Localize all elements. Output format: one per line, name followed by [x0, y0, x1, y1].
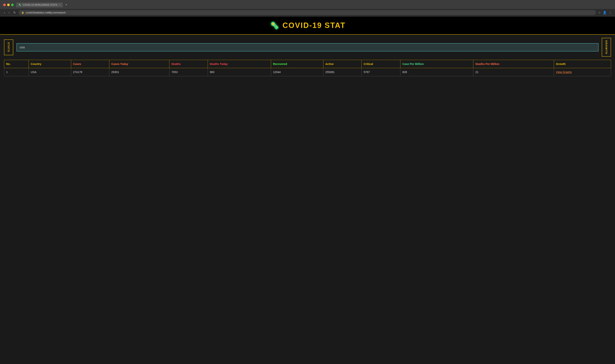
address-bar-actions: ☆ 👤 ⋮: [598, 11, 612, 14]
col-header-critical: Critical: [362, 60, 400, 68]
cell-no: 1: [4, 68, 29, 76]
forward-button[interactable]: ›: [8, 11, 10, 15]
table-header-row: No.CountryCasesCases TodayDeathsDeaths T…: [4, 60, 611, 68]
profile-button[interactable]: 👤: [603, 11, 607, 14]
tab-title: COVID-19 WORLDWIDE STATS: [23, 4, 57, 6]
tab-bar: 🦠 COVID-19 WORLDWIDE STATS × +: [16, 2, 612, 7]
table-row: 1USA274178293017053983120442550815787828…: [4, 68, 611, 76]
search-input[interactable]: [16, 43, 599, 52]
url-text: covid19statistics.netlify.com/search: [26, 11, 66, 14]
menu-button[interactable]: ⋮: [609, 11, 612, 14]
close-window-button[interactable]: [3, 4, 6, 6]
table-container: No.CountryCasesCases TodayDeathsDeaths T…: [0, 60, 615, 76]
cell-active: 255081: [323, 68, 362, 76]
cell-cases: 274178: [71, 68, 109, 76]
growth-nav-button[interactable]: GROWTH: [602, 38, 611, 57]
back-button[interactable]: ‹: [3, 11, 6, 15]
stats-nav-button[interactable]: STATS: [4, 39, 13, 55]
virus-icon: 🦠: [269, 21, 280, 30]
close-tab-button[interactable]: ×: [59, 4, 60, 6]
app-title-text: COVID-19 STAT: [283, 21, 346, 30]
view-graphs-link[interactable]: View Graphs: [556, 70, 572, 74]
browser-titlebar: 🦠 COVID-19 WORLDWIDE STATS × +: [0, 0, 615, 9]
col-header-active: Active: [323, 60, 362, 68]
browser-window: 🦠 COVID-19 WORLDWIDE STATS × + ‹ › ↻ 🔒 c…: [0, 0, 615, 364]
cell-recovered: 12044: [271, 68, 323, 76]
new-tab-button[interactable]: +: [64, 2, 69, 7]
address-bar[interactable]: 🔒 covid19statistics.netlify.com/search: [19, 10, 596, 15]
reload-button[interactable]: ↻: [13, 10, 17, 15]
app-title: 🦠 COVID-19 STAT: [269, 21, 346, 30]
col-header-growth: Growth: [554, 60, 611, 68]
cell-growth[interactable]: View Graphs: [554, 68, 611, 76]
bookmark-button[interactable]: ☆: [598, 11, 601, 14]
col-header-recovered: Recovered: [271, 60, 323, 68]
col-header-deaths_today: Deaths Today: [208, 60, 271, 68]
minimize-window-button[interactable]: [7, 4, 10, 6]
cell-deaths_per_million: 21: [473, 68, 554, 76]
cell-cases_today: 29301: [109, 68, 170, 76]
lock-icon: 🔒: [21, 11, 24, 14]
app-container: 🦠 COVID-19 STAT STATS GROWTH No.CountryC…: [0, 17, 615, 364]
col-header-no: No.: [4, 60, 29, 68]
traffic-lights: [3, 4, 14, 6]
app-header: 🦠 COVID-19 STAT: [0, 17, 615, 35]
maximize-window-button[interactable]: [11, 4, 14, 6]
stats-table: No.CountryCasesCases TodayDeathsDeaths T…: [4, 60, 611, 76]
address-bar-row: ‹ › ↻ 🔒 covid19statistics.netlify.com/se…: [0, 9, 615, 17]
active-tab[interactable]: 🦠 COVID-19 WORLDWIDE STATS ×: [16, 2, 63, 7]
table-body: 1USA274178293017053983120442550815787828…: [4, 68, 611, 76]
nav-search-row: STATS GROWTH: [0, 35, 615, 60]
cell-deaths: 7053: [170, 68, 208, 76]
cell-critical: 5787: [362, 68, 400, 76]
col-header-deaths: Deaths: [170, 60, 208, 68]
cell-deaths_today: 983: [208, 68, 271, 76]
col-header-country: Country: [29, 60, 71, 68]
cell-country: USA: [29, 68, 71, 76]
tab-favicon: 🦠: [18, 4, 21, 6]
col-header-deaths_per_million: Deaths Per Million: [473, 60, 554, 68]
col-header-cases_today: Cases Today: [109, 60, 170, 68]
cell-case_per_million: 828: [400, 68, 473, 76]
col-header-cases: Cases: [71, 60, 109, 68]
table-header: No.CountryCasesCases TodayDeathsDeaths T…: [4, 60, 611, 68]
search-input-wrapper: [16, 43, 599, 52]
col-header-case_per_million: Case Per Million: [400, 60, 473, 68]
